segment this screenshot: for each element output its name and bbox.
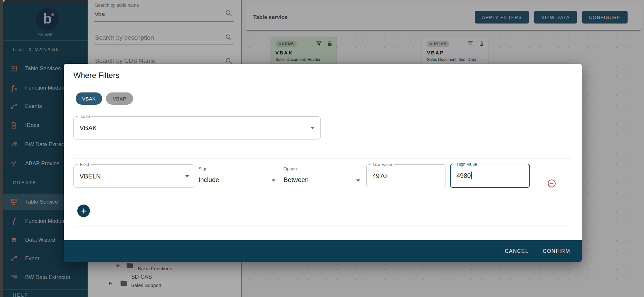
low-value-label: Low Value: [371, 162, 394, 167]
dialog-divider: [73, 226, 572, 226]
chevron-down-icon: [185, 175, 189, 177]
dialog-title: Where Filters: [73, 71, 120, 80]
table-select-value: VBAK: [80, 124, 97, 132]
field-select-value: VBELN: [80, 172, 101, 180]
table-select-label: Table: [78, 114, 91, 119]
add-filter-row-button[interactable]: [77, 205, 90, 217]
low-value-text: 4970: [372, 172, 387, 179]
table-select[interactable]: Table VBAK: [73, 116, 321, 139]
high-value-input[interactable]: High Value 4980: [450, 164, 530, 188]
remove-filter-row-button[interactable]: [547, 179, 556, 188]
dialog-divider: [73, 158, 572, 158]
high-value-text: 4980: [457, 172, 472, 180]
table-chip-vbak[interactable]: VBAK: [76, 92, 102, 105]
confirm-button[interactable]: CONFIRM: [543, 248, 570, 254]
chevron-down-icon: [356, 179, 360, 182]
chevron-down-icon: [272, 179, 275, 182]
option-select-value: Between: [284, 176, 309, 184]
field-select-label: Field: [78, 162, 91, 167]
high-value-label: High Value: [455, 162, 479, 167]
sign-select-label: Sign: [198, 166, 207, 171]
sign-select-value: Include: [198, 176, 219, 184]
option-select-label: Option: [284, 166, 297, 171]
text-cursor: [471, 172, 472, 179]
cancel-button[interactable]: CANCEL: [505, 248, 529, 254]
low-value-input[interactable]: Low Value 4970: [366, 164, 446, 187]
where-filters-dialog: Where Filters VBAK VBAP Table VBAK Field…: [64, 64, 582, 262]
option-select[interactable]: Option Between: [284, 164, 362, 187]
chevron-down-icon: [311, 127, 314, 129]
dialog-footer: CANCEL CONFIRM: [64, 240, 582, 262]
sign-select[interactable]: Sign Include: [198, 164, 277, 187]
app-screen: b for SAP LIST & MANAGE Table Services ƒ…: [0, 0, 644, 297]
field-select[interactable]: Field VBELN: [73, 164, 195, 188]
table-chip-vbap[interactable]: VBAP: [106, 92, 133, 105]
